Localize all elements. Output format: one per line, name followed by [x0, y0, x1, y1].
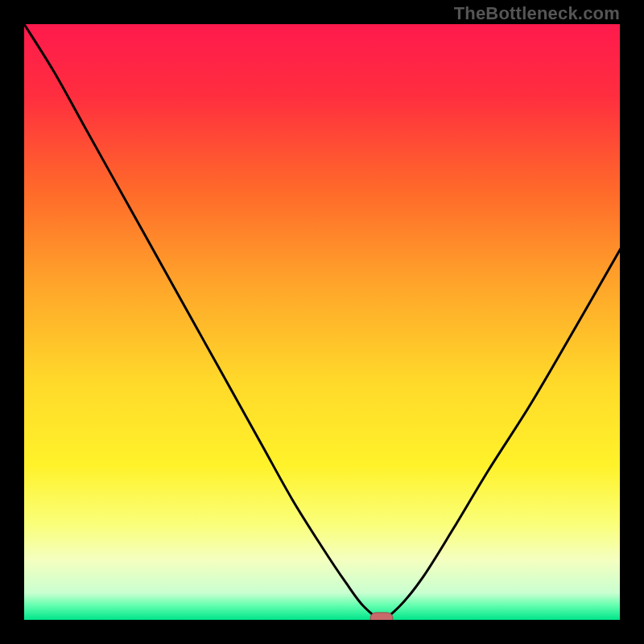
- watermark-text: TheBottleneck.com: [454, 3, 620, 24]
- chart-frame: TheBottleneck.com: [0, 0, 644, 644]
- optimal-point-marker: [370, 613, 393, 620]
- plot-area: [24, 24, 620, 620]
- bottleneck-curve-chart: [24, 24, 620, 620]
- gradient-background: [24, 24, 620, 620]
